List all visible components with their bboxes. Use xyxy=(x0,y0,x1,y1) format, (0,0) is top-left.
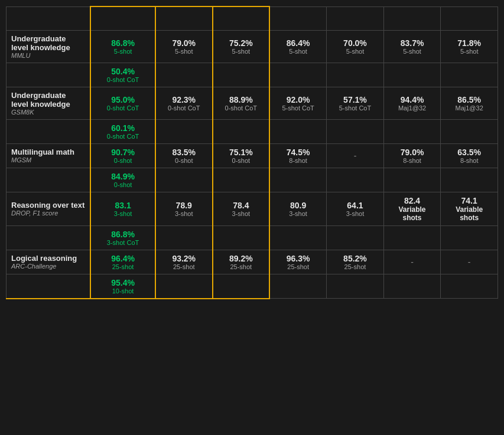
cell-value: 82.4 xyxy=(389,196,436,205)
cell-value: 92.0% xyxy=(275,95,321,104)
cell-value: 64.1 xyxy=(331,201,379,210)
cell-r7-c5 xyxy=(383,225,441,250)
cell-shot-label: 3-shot xyxy=(275,210,321,217)
cell-shot-label: 8-shot xyxy=(275,157,321,164)
cell-r6-c4: 64.13-shot xyxy=(327,192,384,225)
cell-value: 83.5% xyxy=(161,148,207,157)
cell-r6-c5: 82.4Variable shots xyxy=(383,192,441,225)
row-label-cell: Undergraduatelevel knowledgeGSM8K xyxy=(6,87,91,119)
cell-r4-c0: 90.7%0-shot xyxy=(90,143,155,168)
cell-value: 57.1% xyxy=(331,95,379,104)
cell-r0-c4: 70.0%5-shot xyxy=(327,30,384,63)
cell-r2-c3: 92.0%5-shot CoT xyxy=(269,87,327,119)
cell-dash: - xyxy=(354,151,357,161)
cell-value: 85.2% xyxy=(331,254,379,263)
cell-r1-c1 xyxy=(155,63,213,87)
row-label-sub: ARC-Challenge xyxy=(11,263,85,270)
cell-value-extra: Variable shots xyxy=(389,205,436,222)
cell-r1-c2 xyxy=(213,63,270,87)
cell-r3-c6 xyxy=(441,119,498,143)
cell-value: 86.5% xyxy=(446,95,493,104)
row-label-main: Undergraduate xyxy=(11,91,85,100)
cell-r3-c4 xyxy=(327,119,384,143)
cell-shot-label: 5-shot xyxy=(275,48,321,55)
cell-shot-label: 5-shot CoT xyxy=(275,104,321,112)
row-label-cell: Reasoning over textDROP, F1 score xyxy=(6,192,91,225)
cell-r6-c6: 74.1Variable shots xyxy=(441,192,498,225)
row-label-cell: Logical reasoningARC-Challenge xyxy=(6,250,91,274)
cell-shot-label: 3-shot xyxy=(96,210,150,217)
header-cell-5 xyxy=(327,6,384,30)
cell-value: 79.0% xyxy=(161,38,207,48)
cell-shot-label: 25-shot xyxy=(275,263,321,270)
cell-r8-c1: 93.2%25-shot xyxy=(155,250,213,274)
cell-value: 79.0% xyxy=(389,148,436,157)
cell-value: 50.4% xyxy=(96,67,150,76)
row-label-cell: Multilingual mathMGSM xyxy=(6,143,91,168)
benchmark-table: Undergraduatelevel knowledgeMMLU86.8%5-s… xyxy=(6,6,498,299)
cell-r2-c2: 88.9%0-shot CoT xyxy=(213,87,270,119)
cell-shot-label: 5-shot xyxy=(96,48,150,55)
cell-shot-label: 5-shot xyxy=(446,48,493,55)
cell-value: 93.2% xyxy=(161,254,207,263)
cell-r9-c0: 95.4%10-shot xyxy=(90,274,155,299)
cell-r9-c1 xyxy=(155,274,213,299)
cell-r9-c2 xyxy=(213,274,270,299)
cell-r1-c5 xyxy=(383,63,441,87)
header-cell-0 xyxy=(6,6,91,30)
main-row: Reasoning over textDROP, F1 score83.13-s… xyxy=(6,192,498,225)
cell-r7-c2 xyxy=(213,225,270,250)
cell-shot-label: Maj1@32 xyxy=(389,104,436,112)
cell-dash: - xyxy=(411,257,414,267)
main-row: Logical reasoningARC-Challenge96.4%25-sh… xyxy=(6,250,498,274)
cell-r4-c3: 74.5%8-shot xyxy=(269,143,327,168)
cell-shot-label: 0-shot CoT xyxy=(96,104,150,112)
cell-shot-label: 5-shot xyxy=(331,48,379,55)
row-label-cell xyxy=(6,168,91,192)
cell-shot-label: 3-shot xyxy=(161,210,207,217)
cell-shot-label: 8-shot xyxy=(446,157,493,164)
cell-dash: - xyxy=(468,257,471,267)
cell-value: 95.4% xyxy=(96,278,150,287)
cell-r7-c1 xyxy=(155,225,213,250)
cell-value: 86.8% xyxy=(96,38,150,48)
cell-value: 92.3% xyxy=(161,95,207,104)
cell-r0-c0: 86.8%5-shot xyxy=(90,30,155,63)
cell-r4-c5: 79.0%8-shot xyxy=(383,143,441,168)
row-label-cell: Undergraduatelevel knowledgeMMLU xyxy=(6,30,91,63)
cell-r5-c3 xyxy=(269,168,327,192)
cell-shot-label: 0-shot CoT xyxy=(218,104,265,112)
cell-value: 86.8% xyxy=(96,230,150,239)
cell-r4-c4: - xyxy=(327,143,384,168)
cell-r1-c4 xyxy=(327,63,384,87)
cell-value: 96.4% xyxy=(96,254,150,263)
cell-value: 74.5% xyxy=(275,148,321,157)
cell-r5-c1 xyxy=(155,168,213,192)
cell-r8-c0: 96.4%25-shot xyxy=(90,250,155,274)
sub-row: 95.4%10-shot xyxy=(6,274,498,299)
cell-r3-c5 xyxy=(383,119,441,143)
cell-r7-c0: 86.8%3-shot CoT xyxy=(90,225,155,250)
cell-value: 71.8% xyxy=(446,38,493,48)
cell-r8-c6: - xyxy=(441,250,498,274)
cell-r2-c0: 95.0%0-shot CoT xyxy=(90,87,155,119)
cell-r2-c6: 86.5%Maj1@32 xyxy=(441,87,498,119)
cell-value: 60.1% xyxy=(96,123,150,133)
sub-row: 50.4%0-shot CoT xyxy=(6,63,498,87)
cell-value: 63.5% xyxy=(446,148,493,157)
cell-r9-c4 xyxy=(327,274,384,299)
cell-r4-c2: 75.1%0-shot xyxy=(213,143,270,168)
cell-r6-c1: 78.93-shot xyxy=(155,192,213,225)
row-label-sub: MMLU xyxy=(11,52,85,59)
main-container: Undergraduatelevel knowledgeMMLU86.8%5-s… xyxy=(0,0,504,435)
cell-r5-c4 xyxy=(327,168,384,192)
cell-shot-label: 10-shot xyxy=(96,287,150,295)
cell-r6-c2: 78.43-shot xyxy=(213,192,270,225)
cell-shot-label: 25-shot xyxy=(218,263,265,270)
cell-r1-c3 xyxy=(269,63,327,87)
cell-shot-label: 3-shot xyxy=(331,210,379,217)
header-cell-3 xyxy=(213,6,270,30)
cell-r5-c0: 84.9%0-shot xyxy=(90,168,155,192)
row-label-cell xyxy=(6,63,91,87)
cell-value: 95.0% xyxy=(96,95,150,104)
